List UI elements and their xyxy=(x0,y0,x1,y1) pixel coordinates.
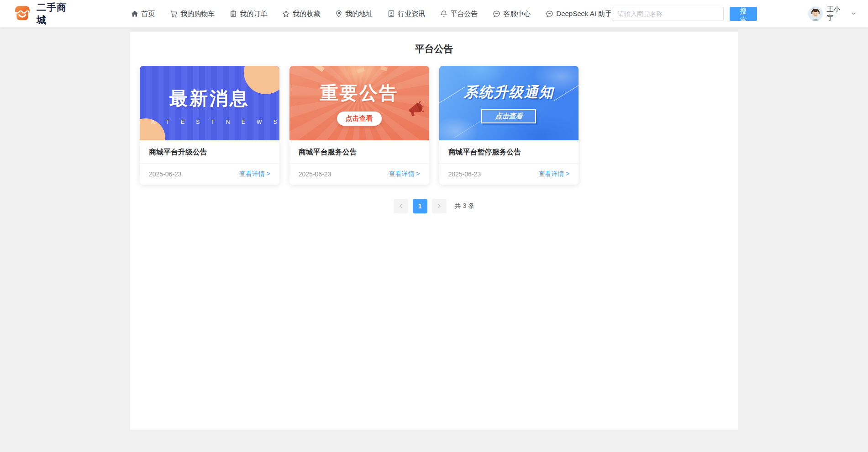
star-icon xyxy=(282,10,290,18)
announcement-date: 2025-06-23 xyxy=(149,170,182,178)
banner-title: 最新消息 xyxy=(169,86,250,111)
nav-item-favorites[interactable]: 我的收藏 xyxy=(282,10,320,18)
search-button[interactable]: 搜索 xyxy=(730,7,757,21)
main-content: 平台公告 最新消息 L A T E S T N E W S 商城平台升级公告 2… xyxy=(0,27,868,430)
page-title: 平台公告 xyxy=(140,43,728,55)
chevron-down-icon xyxy=(851,10,856,18)
banner-title: 系统升级通知 xyxy=(463,83,554,102)
ai-chat-icon xyxy=(546,10,553,18)
announcement-banner-important-notice: 重要公告 点击查看 xyxy=(289,66,429,140)
banner-click-to-view-button: 点击查看 xyxy=(337,112,382,126)
banner-decoration xyxy=(314,66,325,72)
logo-text: 二手商城 xyxy=(37,1,76,27)
prev-page-button[interactable] xyxy=(394,199,408,213)
banner-decoration xyxy=(357,68,365,74)
banner-decoration xyxy=(553,84,579,101)
view-details-link[interactable]: 查看详情 > xyxy=(389,170,420,178)
order-icon xyxy=(230,10,237,17)
user-name: 王小宇 xyxy=(827,5,847,22)
banner-decoration xyxy=(454,121,482,138)
announcement-banner-latest-news: 最新消息 L A T E S T N E W S xyxy=(140,66,279,140)
announcement-card: 最新消息 L A T E S T N E W S 商城平台升级公告 2025-0… xyxy=(140,66,279,185)
announcement-banner-system-upgrade: 系统升级通知 点击查看 xyxy=(439,66,579,140)
shop-logo-icon xyxy=(14,5,31,23)
announcement-date: 2025-06-23 xyxy=(448,170,481,178)
app-header: 二手商城 首页 我的购物车 我的订单 我的收藏 我的地址 行业资讯 平台公 xyxy=(0,0,868,27)
pagination: 1 共 3 条 xyxy=(140,199,728,213)
announcement-date: 2025-06-23 xyxy=(299,170,331,178)
location-icon xyxy=(335,10,342,17)
pagination-total: 共 3 条 xyxy=(455,202,475,210)
nav-label: 我的订单 xyxy=(240,10,267,18)
next-page-button[interactable] xyxy=(432,199,447,213)
card-footer: 2025-06-23 查看详情 > xyxy=(289,163,429,185)
banner-click-to-view-button: 点击查看 xyxy=(481,109,536,123)
nav-label: 客服中心 xyxy=(503,10,531,18)
nav-item-address[interactable]: 我的地址 xyxy=(335,10,373,18)
nav-label: 我的购物车 xyxy=(180,10,215,18)
view-details-link[interactable]: 查看详情 > xyxy=(538,170,569,178)
bell-icon xyxy=(440,10,447,17)
nav-label: 首页 xyxy=(141,10,155,18)
card-footer: 2025-06-23 查看详情 > xyxy=(439,163,579,185)
nav-label: 平台公告 xyxy=(450,10,478,18)
nav-item-deepseek-ai[interactable]: DeepSeek AI 助手 xyxy=(546,10,612,18)
cart-icon xyxy=(170,10,178,18)
logo[interactable]: 二手商城 xyxy=(14,1,76,27)
announcement-title: 商城平台暂停服务公告 xyxy=(439,140,579,163)
banner-subtitle: L A T E S T N E W S xyxy=(140,119,279,125)
user-menu[interactable]: 王小宇 xyxy=(808,5,856,22)
banner-title: 重要公告 xyxy=(320,80,399,106)
chat-icon xyxy=(493,10,500,18)
nav-label: 我的地址 xyxy=(345,10,373,18)
announcement-grid: 最新消息 L A T E S T N E W S 商城平台升级公告 2025-0… xyxy=(140,66,728,185)
nav-item-industry-news[interactable]: 行业资讯 xyxy=(388,10,425,18)
megaphone-icon xyxy=(405,99,426,122)
news-icon xyxy=(388,10,395,17)
banner-decoration xyxy=(380,66,388,71)
card-footer: 2025-06-23 查看详情 > xyxy=(140,163,279,185)
announcement-card: 重要公告 点击查看 商城平台服务公告 2025-06-23 查看详情 > xyxy=(289,66,429,185)
page-number-button[interactable]: 1 xyxy=(413,199,427,213)
announcements-panel: 平台公告 最新消息 L A T E S T N E W S 商城平台升级公告 2… xyxy=(130,32,738,430)
announcement-card: 系统升级通知 点击查看 商城平台暂停服务公告 2025-06-23 查看详情 > xyxy=(439,66,579,185)
announcement-title: 商城平台升级公告 xyxy=(140,140,279,163)
nav-label: DeepSeek AI 助手 xyxy=(556,10,612,18)
nav-item-cart[interactable]: 我的购物车 xyxy=(170,10,215,18)
nav-item-home[interactable]: 首页 xyxy=(131,10,155,18)
nav-label: 我的收藏 xyxy=(293,10,320,18)
nav-label: 行业资讯 xyxy=(398,10,425,18)
nav-item-orders[interactable]: 我的订单 xyxy=(230,10,267,18)
avatar xyxy=(808,6,823,21)
nav-item-support[interactable]: 客服中心 xyxy=(493,10,531,18)
banner-decoration xyxy=(439,87,465,104)
search-input[interactable] xyxy=(612,7,724,21)
main-nav: 首页 我的购物车 我的订单 我的收藏 我的地址 行业资讯 平台公告 客服中心 xyxy=(131,10,612,18)
nav-item-announcements[interactable]: 平台公告 xyxy=(440,10,478,18)
home-icon xyxy=(131,10,138,17)
search-area: 搜索 xyxy=(612,7,757,21)
announcement-title: 商城平台服务公告 xyxy=(289,140,429,163)
view-details-link[interactable]: 查看详情 > xyxy=(239,170,270,178)
